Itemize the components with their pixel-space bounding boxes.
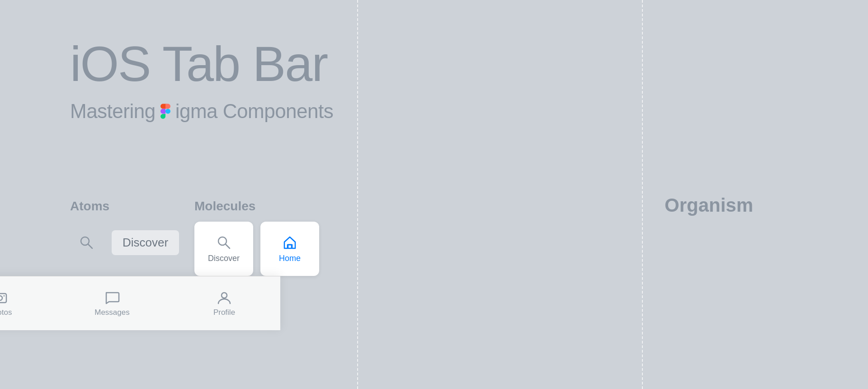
ios-tab-bar: Home Discover Photos Messages — [0, 276, 280, 330]
subtitle-before: Mastering — [70, 100, 156, 123]
svg-point-9 — [4, 295, 5, 296]
photos-icon — [0, 290, 8, 305]
tab-bar-item-messages[interactable]: Messages — [56, 276, 168, 330]
figma-logo — [157, 100, 174, 122]
organism-section-label: Organism — [665, 194, 753, 216]
svg-line-3 — [226, 244, 230, 248]
messages-tab-label: Messages — [94, 308, 129, 317]
page-title: iOS Tab Bar — [70, 36, 357, 91]
svg-point-8 — [0, 296, 2, 300]
left-panel: iOS Tab Bar Mastering igma Components At… — [0, 0, 357, 389]
molecule-home-card[interactable]: Home — [260, 222, 319, 276]
molecules-section: Discover Home — [194, 222, 319, 276]
search-icon-atom — [70, 226, 103, 259]
svg-line-1 — [88, 244, 92, 248]
svg-rect-7 — [0, 294, 6, 303]
profile-icon — [217, 290, 232, 305]
subtitle-after: igma Components — [175, 100, 334, 123]
molecule-home-label: Home — [279, 254, 301, 263]
photos-tab-label: Photos — [0, 308, 12, 317]
tab-bar-item-profile[interactable]: Profile — [168, 276, 280, 330]
molecule-discover-label: Discover — [208, 254, 240, 263]
middle-panel — [357, 0, 642, 389]
right-panel: Organism — [642, 0, 868, 389]
molecules-section-label: Molecules — [194, 199, 255, 213]
main-container: iOS Tab Bar Mastering igma Components At… — [0, 0, 868, 389]
messages-icon — [104, 290, 120, 305]
discover-label-atom: Discover — [112, 230, 179, 255]
atoms-section-label: Atoms — [70, 199, 109, 213]
profile-tab-label: Profile — [213, 308, 235, 317]
molecule-discover-card[interactable]: Discover — [194, 222, 253, 276]
atoms-section: Discover — [70, 226, 179, 259]
svg-rect-4 — [288, 245, 292, 248]
svg-point-10 — [222, 293, 227, 298]
tab-bar-item-photos[interactable]: Photos — [0, 276, 56, 330]
page-subtitle: Mastering igma Components — [70, 100, 357, 123]
